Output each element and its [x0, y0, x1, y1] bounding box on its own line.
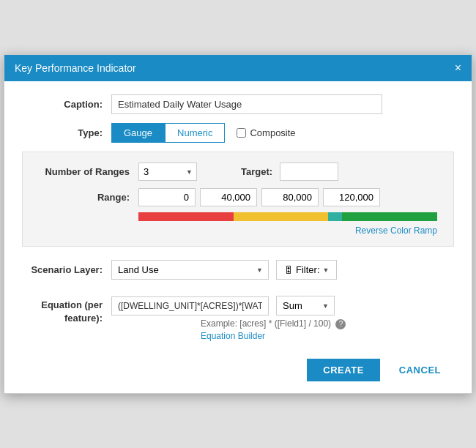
dialog-header: Key Performance Indicator × — [4, 55, 472, 81]
range-input-0[interactable] — [138, 188, 196, 206]
ramp-teal — [328, 212, 342, 221]
color-ramp — [138, 212, 437, 221]
scenario-select[interactable]: Land Use Option 2 Option 3 — [111, 260, 269, 280]
ramp-red — [138, 212, 234, 221]
dialog-body: Caption: Type: Gauge Numeric Composite N… — [4, 81, 472, 351]
filter-button[interactable]: 🎛 Filter: ▼ — [276, 260, 337, 280]
sum-select[interactable]: Sum Average Count — [276, 296, 335, 316]
filter-icon: 🎛 — [284, 265, 293, 275]
equation-builder-link[interactable]: Equation Builder — [201, 331, 346, 341]
ranges-section: Number of Ranges 3 2 4 Target: Range: — [22, 152, 454, 247]
equation-row: Equation (per feature): Sum Average Coun… — [22, 296, 454, 341]
cancel-button[interactable]: CANCEL — [386, 359, 454, 381]
ranges-select[interactable]: 3 2 4 — [138, 163, 197, 181]
range-values-row: Range: — [34, 188, 442, 206]
number-of-ranges-label: Number of Ranges — [34, 166, 130, 177]
ramp-yellow — [234, 212, 329, 221]
target-label: Target: — [241, 166, 272, 177]
kpi-dialog: Key Performance Indicator × Caption: Typ… — [4, 54, 472, 394]
gauge-button[interactable]: Gauge — [111, 123, 165, 143]
numeric-button[interactable]: Numeric — [165, 123, 225, 143]
composite-checkbox-label[interactable]: Composite — [237, 127, 295, 138]
type-row: Type: Gauge Numeric Composite — [22, 123, 454, 143]
dialog-footer: CREATE CANCEL — [4, 351, 472, 393]
scenario-row: Scenario Layer: Land Use Option 2 Option… — [22, 257, 454, 287]
reverse-color-ramp-link[interactable]: Reverse Color Ramp — [34, 225, 437, 236]
close-button[interactable]: × — [455, 62, 461, 74]
range-input-2[interactable] — [261, 188, 319, 206]
ranges-select-wrap: 3 2 4 — [138, 163, 197, 181]
help-icon[interactable]: ? — [335, 319, 346, 329]
equation-example: Example: [acres] * ([Field1] / 100) ? — [201, 318, 346, 329]
caption-label: Caption: — [22, 99, 103, 110]
equation-label: Equation (per feature): — [22, 296, 103, 325]
range-input-3[interactable] — [323, 188, 380, 206]
ranges-row: Number of Ranges 3 2 4 Target: — [34, 163, 442, 181]
create-button[interactable]: CREATE — [307, 359, 379, 381]
range-input-1[interactable] — [200, 188, 257, 206]
scenario-label: Scenario Layer: — [22, 264, 103, 275]
target-input[interactable] — [280, 163, 338, 181]
scenario-select-wrap: Land Use Option 2 Option 3 — [111, 260, 269, 280]
equation-controls: Sum Average Count Example: [acres] * ([F… — [111, 296, 346, 341]
caption-row: Caption: — [22, 94, 454, 114]
composite-checkbox[interactable] — [237, 128, 246, 138]
range-label: Range: — [34, 192, 130, 203]
sum-select-wrap: Sum Average Count — [276, 296, 335, 316]
type-buttons: Gauge Numeric Composite — [111, 123, 296, 143]
caption-input[interactable] — [111, 94, 382, 114]
ramp-green — [342, 212, 437, 221]
dialog-title: Key Performance Indicator — [15, 62, 136, 74]
filter-label: Filter: — [296, 264, 320, 275]
filter-arrow-icon: ▼ — [323, 266, 330, 274]
type-label: Type: — [22, 127, 103, 138]
equation-input[interactable] — [111, 296, 269, 316]
